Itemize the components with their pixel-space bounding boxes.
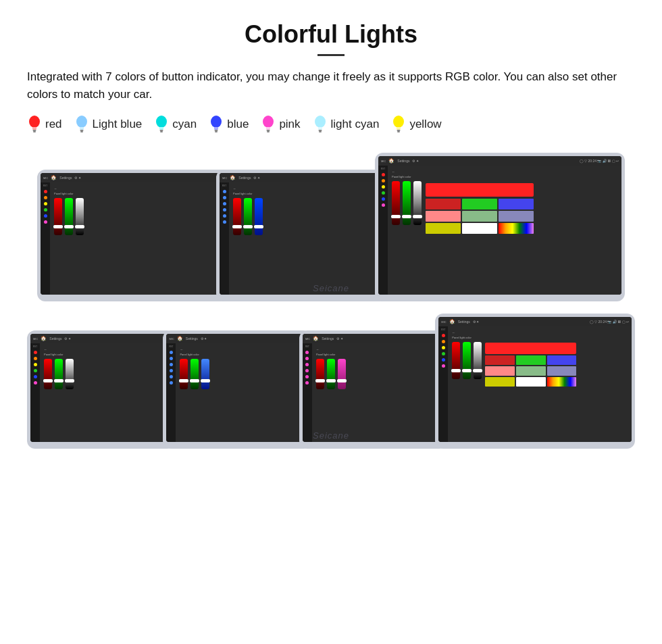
swatch-7-4[interactable] [485, 366, 515, 376]
bulb-icon-cyan [154, 115, 169, 134]
swatch-2[interactable] [462, 199, 497, 209]
swatch-5[interactable] [462, 211, 497, 222]
svg-rect-22 [318, 130, 322, 131]
sidebar-4: RST [30, 343, 40, 442]
red-slider-3[interactable] [392, 181, 400, 225]
svg-rect-1 [32, 127, 36, 130]
swatch-7-9[interactable] [547, 377, 577, 387]
swatch-7-3[interactable] [547, 355, 577, 365]
screen-4: MIC 🏠 Settings ⚙ ✦ RST [30, 334, 172, 442]
color-label-pink: pink [279, 118, 300, 131]
swatch-3[interactable] [499, 199, 534, 209]
svg-rect-5 [80, 127, 84, 130]
blue-slider-5[interactable] [201, 359, 209, 389]
svg-point-16 [263, 116, 274, 128]
topbar-4: MIC 🏠 Settings ⚙ ✦ [30, 334, 172, 343]
screen-body-3: RST ← [378, 166, 621, 295]
header-description: Integrated with 7 colors of button indic… [27, 68, 635, 103]
brightness-slider-1[interactable] [76, 198, 84, 235]
swatch-top-red[interactable] [426, 183, 534, 197]
svg-rect-2 [33, 130, 36, 131]
svg-point-24 [393, 116, 404, 128]
devices-row1-wrapper: MIC 🏠 Settings ⚙ ✦ RST [27, 153, 635, 301]
swatch-7-2[interactable] [516, 355, 546, 365]
svg-rect-21 [318, 127, 322, 130]
sidebar-5: RST [166, 343, 176, 442]
green-slider-6[interactable] [327, 359, 335, 389]
bulb-icon-red [27, 115, 42, 134]
svg-rect-26 [397, 130, 401, 131]
screen-body-6: RST ← Panel light color [303, 343, 444, 442]
green-slider-7[interactable] [463, 342, 471, 379]
blue-slider-2[interactable] [255, 198, 263, 235]
green-slider-3[interactable] [403, 181, 411, 225]
swatch-4[interactable] [426, 211, 461, 222]
screen-content-3: MIC 🏠 Settings ⚙ ✦ ◯ ▽ 20:24 📷 🔊 🖥 ▢ ↩ R… [378, 156, 621, 295]
main-content-3: ← Panel light color [388, 166, 621, 295]
brightness-slider-3[interactable] [413, 181, 422, 225]
svg-rect-17 [266, 127, 270, 130]
svg-rect-14 [215, 130, 218, 131]
color-item-pink: pink [261, 115, 300, 134]
topbar-5: MIC 🏠 Settings ⚙ ✦ [166, 334, 307, 343]
sidebar-2: RST [220, 182, 229, 295]
green-slider-2[interactable] [244, 198, 252, 235]
settings-label-2: Settings [238, 176, 251, 180]
green-slider-4[interactable] [55, 359, 63, 389]
swatch-7-8[interactable] [516, 377, 546, 387]
screen-body-4: RST ← Panel light color [30, 343, 172, 442]
screen-3: MIC 🏠 Settings ⚙ ✦ ◯ ▽ 20:24 📷 🔊 🖥 ▢ ↩ R… [378, 156, 621, 295]
swatch-1[interactable] [426, 199, 461, 209]
svg-rect-23 [319, 131, 322, 132]
swatch-7-1[interactable] [485, 355, 515, 365]
brightness-slider-7[interactable] [474, 342, 482, 379]
device-4: MIC 🏠 Settings ⚙ ✦ RST [27, 330, 175, 449]
svg-rect-7 [80, 131, 83, 132]
pink-slider-6[interactable] [338, 359, 346, 389]
svg-rect-25 [397, 127, 401, 130]
swatch-7-7[interactable] [485, 377, 515, 387]
color-label-red: red [45, 118, 62, 131]
svg-rect-19 [267, 131, 270, 132]
swatch-9[interactable] [499, 223, 534, 234]
screen-body-1: RST ← Panel light color [41, 182, 230, 295]
page-title: Colorful Lights [27, 20, 635, 49]
device-5: MIC 🏠 Settings ⚙ ✦ RST [163, 330, 311, 449]
green-slider-5[interactable] [190, 359, 199, 389]
red-slider-7[interactable] [452, 342, 460, 379]
swatch-7-5[interactable] [516, 366, 546, 376]
brightness-slider-4[interactable] [66, 359, 74, 389]
swatch-top-red-7[interactable] [485, 343, 576, 354]
swatch-6[interactable] [499, 211, 534, 222]
color-item-blue: blue [209, 115, 249, 134]
swatch-7-6[interactable] [547, 366, 577, 376]
red-slider-5[interactable] [180, 359, 188, 389]
svg-rect-27 [397, 131, 400, 132]
svg-point-4 [76, 116, 87, 128]
screen-5: MIC 🏠 Settings ⚙ ✦ RST [166, 334, 307, 442]
topbar-1: MIC 🏠 Settings ⚙ ✦ [41, 173, 230, 182]
red-slider-4[interactable] [44, 359, 52, 389]
topbar-6: MIC 🏠 Settings ⚙ ✦ [303, 334, 444, 343]
red-slider-2[interactable] [233, 198, 241, 235]
color-swatches-3 [426, 183, 534, 234]
panel-label-6: Panel light color [316, 353, 440, 356]
swatch-7[interactable] [426, 223, 461, 234]
svg-rect-3 [33, 131, 36, 132]
swatch-8[interactable] [462, 223, 497, 234]
panel-label-1: Panel light color [54, 192, 226, 195]
red-slider-1[interactable] [54, 198, 62, 235]
swatch-grid [426, 199, 534, 234]
bulb-icon-yellow [391, 115, 406, 134]
sliders-5 [180, 359, 303, 389]
green-slider-1[interactable] [65, 198, 73, 235]
main-content-5: ← Panel light color [176, 343, 307, 442]
bulb-icon-lightblue [74, 115, 89, 134]
screen-1: MIC 🏠 Settings ⚙ ✦ RST [41, 173, 230, 295]
main-content-4: ← Panel light color [40, 343, 172, 442]
sliders-4 [44, 359, 168, 389]
sidebar-7: RST [438, 326, 448, 442]
red-slider-6[interactable] [316, 359, 324, 389]
settings-label-1: Settings [59, 176, 72, 180]
panel-label-4: Panel light color [44, 353, 168, 356]
